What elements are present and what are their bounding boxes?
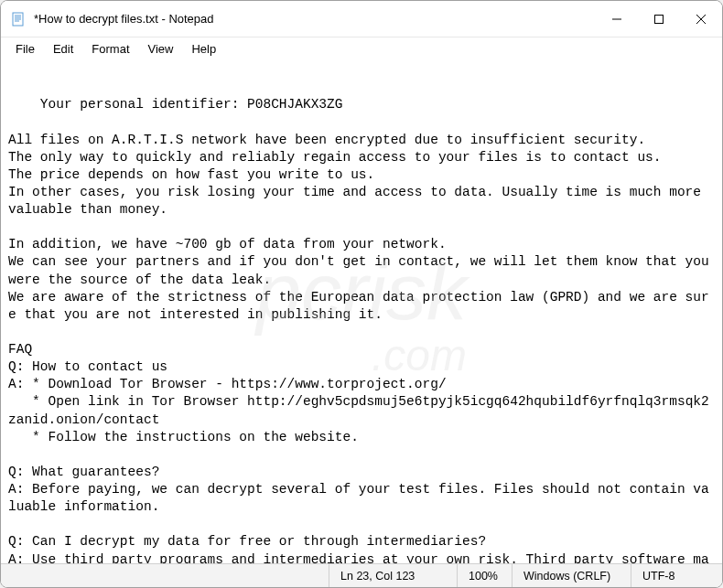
svg-rect-6 xyxy=(655,15,664,23)
window-title: *How to decrypt files.txt - Notepad xyxy=(34,12,596,26)
titlebar[interactable]: *How to decrypt files.txt - Notepad xyxy=(1,1,722,37)
menu-file[interactable]: File xyxy=(6,40,44,58)
menubar: File Edit Format View Help xyxy=(1,37,722,59)
close-button[interactable] xyxy=(680,1,722,37)
minimize-button[interactable] xyxy=(596,1,638,37)
statusbar: Ln 23, Col 123 100% Windows (CRLF) UTF-8 xyxy=(1,563,722,587)
notepad-window: *How to decrypt files.txt - Notepad File… xyxy=(0,0,723,588)
menu-help[interactable]: Help xyxy=(182,40,225,58)
status-position: Ln 23, Col 123 xyxy=(329,564,457,587)
window-controls xyxy=(596,1,722,37)
status-encoding: UTF-8 xyxy=(631,564,722,587)
menu-view[interactable]: View xyxy=(139,40,183,58)
notepad-icon xyxy=(10,11,27,27)
status-zoom: 100% xyxy=(457,564,512,587)
document-text: Your personal identifier: P08CHJAKX3ZG A… xyxy=(8,97,717,563)
text-area[interactable]: pcrisk.com Your personal identifier: P08… xyxy=(1,59,722,563)
status-eol: Windows (CRLF) xyxy=(512,564,631,587)
menu-format[interactable]: Format xyxy=(82,40,138,58)
maximize-button[interactable] xyxy=(638,1,680,37)
menu-edit[interactable]: Edit xyxy=(44,40,82,58)
